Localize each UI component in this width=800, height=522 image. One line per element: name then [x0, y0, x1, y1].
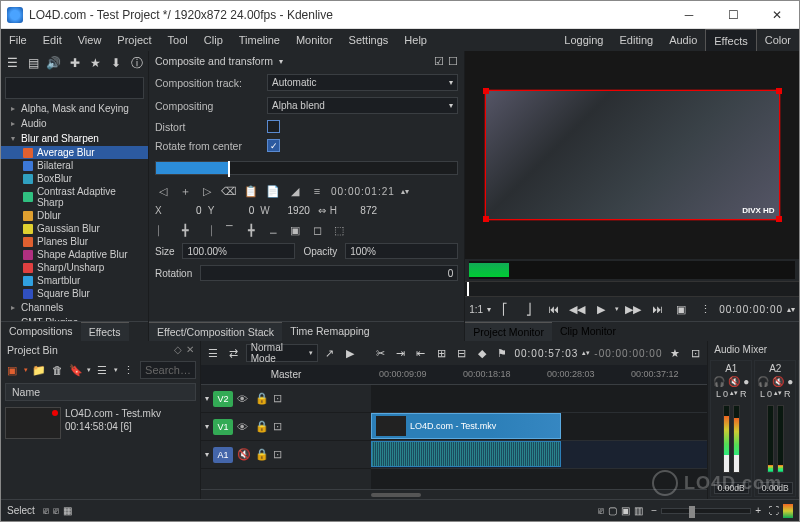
- status-preview-icon[interactable]: ⎚: [598, 505, 604, 516]
- effect-bilateral[interactable]: Bilateral: [1, 159, 148, 172]
- menu-edit[interactable]: Edit: [35, 29, 70, 51]
- kf-type-icon[interactable]: ◢: [287, 183, 303, 199]
- effects-fav-icon[interactable]: ★: [88, 55, 103, 71]
- bin-more-icon[interactable]: ⋮: [122, 362, 137, 378]
- bin-column-name[interactable]: Name: [5, 383, 196, 401]
- timeline-clip-v1[interactable]: LO4D.com - Test.mkv: [371, 413, 561, 439]
- bin-detach-icon[interactable]: ◇: [174, 344, 182, 356]
- fit-icon[interactable]: ▣: [287, 222, 303, 238]
- kf-del-icon[interactable]: ⌫: [221, 183, 237, 199]
- mute-icon[interactable]: 👁: [237, 421, 251, 433]
- bin-tag-icon[interactable]: 🔖: [69, 362, 84, 378]
- stack-eye-icon[interactable]: ☑: [434, 55, 444, 67]
- monitor-preview[interactable]: DIVX HD: [465, 51, 799, 259]
- timeline-scrollbar[interactable]: [201, 489, 707, 499]
- lock-icon[interactable]: 🔒: [255, 420, 269, 433]
- tl-ungroup-icon[interactable]: ⊟: [453, 344, 469, 362]
- status-grid-icon[interactable]: ▦: [63, 505, 72, 516]
- ch-mute-icon[interactable]: 🔇: [772, 376, 784, 387]
- tl-spacer2-icon[interactable]: ⇤: [413, 344, 429, 362]
- adjust-icon[interactable]: ⬚: [331, 222, 347, 238]
- layout-logging[interactable]: Logging: [556, 29, 611, 51]
- opacity-field[interactable]: 100%: [345, 243, 458, 259]
- tab-compositions[interactable]: Compositions: [1, 322, 81, 341]
- kf-paste-icon[interactable]: 📄: [265, 183, 281, 199]
- kf-copy-icon[interactable]: 📋: [243, 183, 259, 199]
- monitor-zoom-ratio[interactable]: 1:1: [469, 304, 483, 315]
- back-icon[interactable]: ◀◀: [567, 300, 587, 318]
- monitor-more-icon[interactable]: ⋮: [695, 300, 715, 318]
- track-lane-a1[interactable]: [371, 441, 707, 469]
- tl-ruler[interactable]: 00:00:09:09 00:00:18:18 00:00:28:03 00:0…: [371, 365, 707, 384]
- effects-setup-icon[interactable]: ✚: [67, 55, 82, 71]
- status-snap-icon[interactable]: ⎚: [43, 505, 49, 516]
- effect-gaussian-blur[interactable]: Gaussian Blur: [1, 222, 148, 235]
- monitor-out-icon[interactable]: ⎦: [519, 300, 539, 318]
- effect-smartblur[interactable]: Smartblur: [1, 274, 148, 287]
- effects-cat-alpha[interactable]: ▸Alpha, Mask and Keying: [1, 101, 148, 116]
- keyframe-slider[interactable]: [155, 161, 458, 175]
- bin-add-icon[interactable]: ▣: [5, 362, 20, 378]
- ch-headphone-icon[interactable]: 🎧: [713, 376, 725, 387]
- bin-filter-icon[interactable]: ☰: [95, 362, 110, 378]
- tl-timecode[interactable]: 00:00:57:03: [514, 348, 578, 359]
- effects-sound-icon[interactable]: 🔊: [46, 55, 61, 71]
- bin-search[interactable]: Search…: [140, 361, 196, 379]
- ch-headphone-icon[interactable]: 🎧: [757, 376, 769, 387]
- tl-render-icon[interactable]: ⊡: [687, 344, 703, 362]
- effects-info-icon[interactable]: ⓘ: [129, 55, 144, 71]
- effects-cat-blur[interactable]: ▾Blur and Sharpen: [1, 131, 148, 146]
- monitor-waveform[interactable]: [469, 261, 795, 279]
- menu-view[interactable]: View: [70, 29, 110, 51]
- effect-dblur[interactable]: Dblur: [1, 209, 148, 222]
- tab-effects[interactable]: Effects: [81, 322, 129, 341]
- menu-settings[interactable]: Settings: [341, 29, 397, 51]
- target-icon[interactable]: ⊡: [273, 420, 287, 433]
- effect-average-blur[interactable]: Average Blur: [1, 146, 148, 159]
- kf-prev-icon[interactable]: ◁: [155, 183, 171, 199]
- ch-solo-icon[interactable]: ●: [743, 376, 749, 387]
- kf-menu-icon[interactable]: ≡: [309, 183, 325, 199]
- track-header-v1[interactable]: ▾V1👁🔒⊡: [201, 413, 371, 441]
- tab-time-remapping[interactable]: Time Remapping: [282, 322, 378, 341]
- lock-icon[interactable]: 🔒: [255, 392, 269, 405]
- tl-group-icon[interactable]: ⊞: [433, 344, 449, 362]
- menu-timeline[interactable]: Timeline: [231, 29, 288, 51]
- align-right-icon[interactable]: ⎹: [199, 222, 215, 238]
- effects-cat-channels[interactable]: ▸Channels: [1, 300, 148, 315]
- ch-mute-icon[interactable]: 🔇: [728, 376, 740, 387]
- status-render-icon[interactable]: ▣: [621, 505, 630, 516]
- kf-next-icon[interactable]: ▷: [199, 183, 215, 199]
- status-thumbs-icon[interactable]: ▥: [634, 505, 643, 516]
- effect-planes-blur[interactable]: Planes Blur: [1, 235, 148, 248]
- effect-sharp-unsharp[interactable]: Sharp/Unsharp: [1, 261, 148, 274]
- align-vcenter-icon[interactable]: ╋: [243, 222, 259, 238]
- align-top-icon[interactable]: ⎺: [221, 222, 237, 238]
- tl-config-icon[interactable]: ⇄: [225, 344, 241, 362]
- menu-help[interactable]: Help: [396, 29, 435, 51]
- zoom-slider[interactable]: [661, 508, 751, 514]
- align-left-icon[interactable]: ⎸: [155, 222, 171, 238]
- stack-title[interactable]: Composite and transform▾: [149, 51, 289, 71]
- tl-track-toggle-icon[interactable]: ☰: [205, 344, 221, 362]
- status-fit-icon[interactable]: ⛶: [769, 505, 779, 516]
- track-lane-v1[interactable]: LO4D.com - Test.mkv: [371, 413, 707, 441]
- rotate-checkbox[interactable]: ✓: [267, 139, 280, 152]
- track-header-v2[interactable]: ▾V2👁🔒⊡: [201, 385, 371, 413]
- tl-master-label[interactable]: Master: [271, 369, 302, 380]
- tl-mode-select[interactable]: Normal Mode▾: [246, 344, 318, 362]
- dim-y[interactable]: 0: [216, 205, 258, 216]
- target-icon[interactable]: ⊡: [273, 448, 287, 461]
- timeline-clip-a1[interactable]: [371, 441, 561, 467]
- comp-track-select[interactable]: Automatic▾: [267, 74, 458, 91]
- bin-clip-item[interactable]: LO4D.com - Test.mkv 00:14:58:04 [6]: [5, 407, 196, 439]
- effects-search[interactable]: [5, 77, 144, 99]
- layout-audio[interactable]: Audio: [661, 29, 705, 51]
- align-hcenter-icon[interactable]: ╋: [177, 222, 193, 238]
- effects-cat-audio[interactable]: ▸Audio: [1, 116, 148, 131]
- bin-delete-icon[interactable]: 🗑: [50, 362, 65, 378]
- maximize-button[interactable]: ☐: [711, 1, 755, 29]
- status-proxy-icon[interactable]: ▢: [608, 505, 617, 516]
- status-select[interactable]: Select: [7, 505, 35, 516]
- target-icon[interactable]: ⊡: [273, 392, 287, 405]
